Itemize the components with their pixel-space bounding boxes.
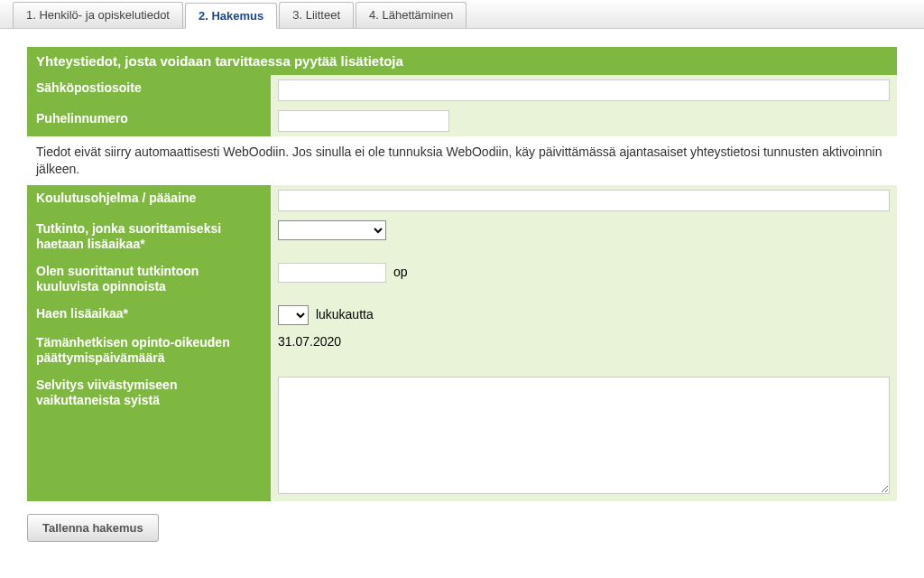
phone-input[interactable] — [278, 110, 449, 132]
wizard-tabs: 1. Henkilö- ja opiskelutiedot 2. Hakemus… — [0, 0, 924, 29]
email-label: Sähköpostiosoite — [27, 75, 271, 106]
credits-input[interactable] — [278, 263, 386, 283]
tab-submit[interactable]: 4. Lähettäminen — [356, 2, 467, 28]
degree-select[interactable] — [278, 220, 386, 240]
tab-personal[interactable]: 1. Henkilö- ja opiskelutiedot — [13, 2, 183, 28]
credits-label: Olen suorittanut tutkintoon kuuluvista o… — [27, 258, 271, 301]
info-text: Tiedot eivät siirry automaattisesti WebO… — [27, 136, 897, 185]
form-container: Yhteystiedot, josta voidaan tarvittaessa… — [0, 29, 924, 560]
phone-label: Puhelinnumero — [27, 106, 271, 136]
program-input[interactable] — [278, 190, 890, 211]
application-form-table: Yhteystiedot, josta voidaan tarvittaessa… — [27, 47, 897, 501]
button-bar: Tallenna hakemus — [27, 514, 897, 542]
save-button[interactable]: Tallenna hakemus — [27, 514, 159, 542]
section-header: Yhteystiedot, josta voidaan tarvittaessa… — [27, 47, 897, 75]
enddate-value: 31.07.2020 — [278, 334, 341, 349]
duration-select[interactable] — [278, 305, 309, 325]
reason-label: Selvitys viivästymiseen vaikuttaneista s… — [27, 372, 271, 501]
credits-unit: op — [393, 265, 408, 279]
duration-label: Haen lisäaikaa* — [27, 301, 271, 330]
tab-attachments[interactable]: 3. Liitteet — [279, 2, 354, 28]
program-label: Koulutusohjelma / pääaine — [27, 185, 271, 216]
tab-application[interactable]: 2. Hakemus — [185, 3, 277, 29]
degree-label: Tutkinto, jonka suorittamiseksi haetaan … — [27, 216, 271, 258]
email-input[interactable] — [278, 79, 890, 101]
reason-textarea[interactable] — [278, 377, 890, 494]
duration-unit: lukukautta — [316, 307, 374, 322]
enddate-label: Tämänhetkisen opinto-oikeuden päättymisp… — [27, 330, 271, 372]
